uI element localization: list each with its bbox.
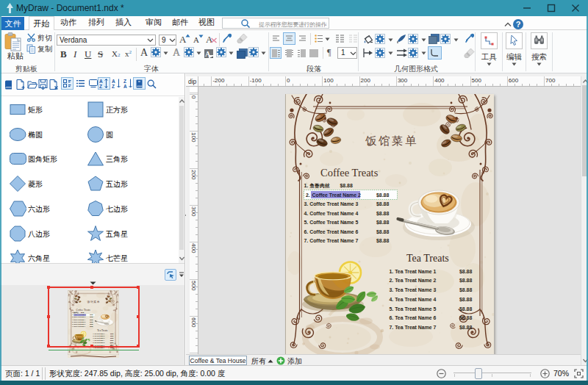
svg-text:$8.88: $8.88 <box>340 183 352 189</box>
svg-text:3. Coffee Treat Name 3: 3. Coffee Treat Name 3 <box>304 201 358 206</box>
svg-text:$8.88: $8.88 <box>376 220 389 226</box>
svg-text:$8.88: $8.88 <box>459 306 472 312</box>
svg-text:3. Tea Treat Name 3: 3. Tea Treat Name 3 <box>389 287 436 292</box>
svg-text:Coffee Treats: Coffee Treats <box>320 167 379 179</box>
svg-text:2.: 2. <box>306 192 310 197</box>
svg-text:$8.88: $8.88 <box>459 325 472 331</box>
svg-text:$8.88: $8.88 <box>459 315 472 321</box>
svg-text:A: A <box>205 50 211 58</box>
svg-text:7. Coffee Treat Name 7: 7. Coffee Treat Name 7 <box>304 238 358 243</box>
svg-text:饭馆菜单: 饭馆菜单 <box>365 134 418 147</box>
svg-text:1. 鱼香肉丝: 1. 鱼香肉丝 <box>304 183 329 189</box>
svg-text:$8.88: $8.88 <box>459 268 472 274</box>
svg-text:A: A <box>123 84 127 89</box>
svg-text:5. Tea Treat Name 5: 5. Tea Treat Name 5 <box>389 306 436 311</box>
svg-text:$8.88: $8.88 <box>376 238 389 244</box>
svg-text:2. Tea Treat Name 2: 2. Tea Treat Name 2 <box>389 278 436 283</box>
svg-text:$8.88: $8.88 <box>376 192 389 198</box>
svg-text:6. Coffee Treat Name 6: 6. Coffee Treat Name 6 <box>304 229 358 234</box>
svg-text:Z: Z <box>99 84 102 89</box>
svg-text:$8.88: $8.88 <box>459 278 472 284</box>
svg-text:$8.88: $8.88 <box>459 287 472 293</box>
svg-text:$8.88: $8.88 <box>376 210 389 216</box>
svg-text:$8.88: $8.88 <box>459 296 472 302</box>
svg-text:Tea Treats: Tea Treats <box>406 253 449 264</box>
svg-text:6. Tea Treat Name 6: 6. Tea Treat Name 6 <box>389 315 436 320</box>
svg-text:$8.88: $8.88 <box>376 229 389 234</box>
svg-text:Coffee Treat Name 2: Coffee Treat Name 2 <box>312 192 360 197</box>
svg-text:7. Tea Treat Name 7: 7. Tea Treat Name 7 <box>389 325 436 330</box>
svg-text:$8.88: $8.88 <box>376 201 389 207</box>
svg-text:1. Tea Treat Name 1: 1. Tea Treat Name 1 <box>389 268 436 273</box>
svg-text:4. Tea Treat Name 4: 4. Tea Treat Name 4 <box>389 296 436 301</box>
svg-text:?: ? <box>516 20 521 29</box>
svg-text:Z: Z <box>112 84 115 89</box>
svg-text:4. Coffee Treat Name 4: 4. Coffee Treat Name 4 <box>304 210 358 215</box>
svg-text:5. Coffee Treat Name 5: 5. Coffee Treat Name 5 <box>304 220 358 225</box>
